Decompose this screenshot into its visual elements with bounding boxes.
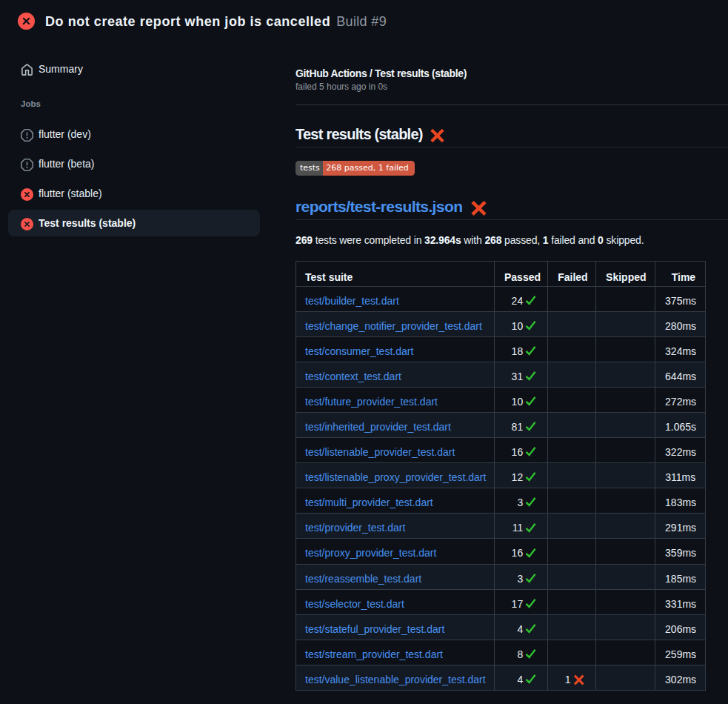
failed-cell <box>548 514 595 538</box>
test-suite-link[interactable]: test/change_notifier_provider_test.dart <box>305 320 482 332</box>
sidebar-item-summary[interactable]: Summary <box>8 56 260 82</box>
failed-cell <box>548 488 595 513</box>
passed-count: 12 <box>512 471 524 483</box>
summary-segment: passed, <box>501 234 542 246</box>
test-suite-link[interactable]: test/proxy_provider_test.dart <box>305 547 436 559</box>
summary-segment: 269 <box>295 234 313 246</box>
skipped-cell <box>596 590 655 614</box>
failed-cell <box>548 590 595 614</box>
failed-cell <box>548 615 595 640</box>
column-header: Passed <box>495 262 547 286</box>
status-line: failed 5 hours ago in 0s <box>295 80 387 93</box>
passed-cell: 18 <box>495 337 547 362</box>
skipped-cell <box>596 413 655 437</box>
check-icon <box>525 345 536 356</box>
check-icon <box>525 421 536 431</box>
test-suite-link[interactable]: test/builder_test.dart <box>305 295 399 307</box>
time-cell: 322ms <box>655 438 705 462</box>
check-icon <box>525 446 536 456</box>
passed-count: 16 <box>512 446 524 458</box>
test-suite-link[interactable]: test/selector_test.dart <box>305 598 404 610</box>
passed-count: 31 <box>512 371 524 382</box>
job-label: flutter (stable) <box>39 187 102 199</box>
check-icon <box>525 674 536 684</box>
suite-cell: test/multi_provider_test.dart <box>296 488 494 513</box>
sidebar-job-item[interactable]: flutter (beta) <box>8 150 260 177</box>
skipped-cell <box>596 287 655 311</box>
failed-cell <box>548 539 595 563</box>
summary-line: 269 tests were completed in 32.964s with… <box>295 233 644 248</box>
skipped-cell <box>596 514 655 538</box>
column-header: Test suite <box>296 262 494 286</box>
check-icon <box>525 320 536 331</box>
passed-count: 17 <box>512 598 524 610</box>
divider <box>295 104 728 105</box>
failed-cell <box>548 337 595 362</box>
suite-cell: test/provider_test.dart <box>296 514 494 538</box>
suite-cell: test/consumer_test.dart <box>296 337 494 362</box>
check-icon <box>525 598 536 608</box>
test-suite-link[interactable]: test/future_provider_test.dart <box>305 396 438 408</box>
passed-cell: 16 <box>495 438 547 462</box>
passed-cell: 8 <box>495 640 547 665</box>
test-suite-link[interactable]: test/context_test.dart <box>305 371 401 382</box>
passed-cell: 10 <box>495 388 547 412</box>
summary-segment: skipped. <box>604 234 644 246</box>
skipped-cell <box>596 565 655 589</box>
passed-cell: 3 <box>495 565 547 589</box>
suite-cell: test/future_provider_test.dart <box>296 388 494 412</box>
summary-segment: failed and <box>548 234 598 246</box>
test-suite-link[interactable]: test/value_listenable_provider_test.dart <box>305 674 486 685</box>
report-link[interactable]: reports/test-results.json <box>295 198 462 215</box>
suite-cell: test/proxy_provider_test.dart <box>296 539 494 563</box>
badge-label: tests <box>295 161 323 176</box>
time-cell: 291ms <box>655 514 705 538</box>
passed-cell: 11 <box>495 514 547 538</box>
check-icon <box>525 648 536 659</box>
failed-cell <box>548 463 595 488</box>
passed-count: 16 <box>512 547 524 559</box>
sidebar-job-item[interactable]: flutter (dev) <box>8 121 260 147</box>
passed-count: 11 <box>512 522 524 534</box>
test-suite-link[interactable]: test/provider_test.dart <box>305 522 405 534</box>
skipped-cell <box>596 463 655 488</box>
suite-cell: test/reassemble_test.dart <box>296 565 494 589</box>
stop-icon <box>21 159 33 171</box>
x-mark-icon <box>429 128 446 143</box>
summary-segment: 268 <box>484 234 501 246</box>
passed-cell: 16 <box>495 539 547 563</box>
skipped-cell <box>596 362 655 387</box>
failed-cell <box>548 565 595 589</box>
check-icon <box>525 623 536 634</box>
sidebar-job-item[interactable]: flutter (stable) <box>8 180 260 207</box>
skipped-cell <box>596 665 655 690</box>
x-mark-icon <box>470 200 488 216</box>
badge-value: 268 passed, 1 failed <box>323 161 414 176</box>
skipped-cell <box>596 388 655 412</box>
test-suite-link[interactable]: test/stream_provider_test.dart <box>305 648 443 660</box>
job-label: Test results (stable) <box>39 217 136 229</box>
test-suite-link[interactable]: test/multi_provider_test.dart <box>305 497 433 508</box>
passed-cell: 3 <box>495 488 547 513</box>
passed-count: 18 <box>512 345 524 357</box>
test-suite-link[interactable]: test/consumer_test.dart <box>305 345 413 357</box>
summary-segment: tests were completed in <box>313 234 424 246</box>
sidebar-job-item[interactable]: Test results (stable) <box>8 210 260 236</box>
report-heading: reports/test-results.json <box>295 197 728 220</box>
x-circle-fill-icon <box>21 218 33 230</box>
test-suite-link[interactable]: test/reassemble_test.dart <box>305 573 421 585</box>
suite-cell: test/context_test.dart <box>296 362 494 387</box>
test-suite-link[interactable]: test/listenable_proxy_provider_test.dart <box>305 471 486 483</box>
check-icon <box>525 371 536 381</box>
check-icon <box>525 522 536 533</box>
summary-segment: 32.964s <box>424 234 461 246</box>
passed-cell: 4 <box>495 615 547 640</box>
passed-count: 4 <box>517 674 523 685</box>
test-suite-link[interactable]: test/listenable_provider_test.dart <box>305 446 455 458</box>
failed-cell <box>548 388 595 412</box>
sidebar-item-label: Summary <box>39 63 83 75</box>
test-suite-link[interactable]: test/stateful_provider_test.dart <box>305 623 444 635</box>
test-suite-link[interactable]: test/inherited_provider_test.dart <box>305 421 451 433</box>
x-circle-fill-icon <box>21 188 33 201</box>
passed-count: 24 <box>512 295 524 307</box>
